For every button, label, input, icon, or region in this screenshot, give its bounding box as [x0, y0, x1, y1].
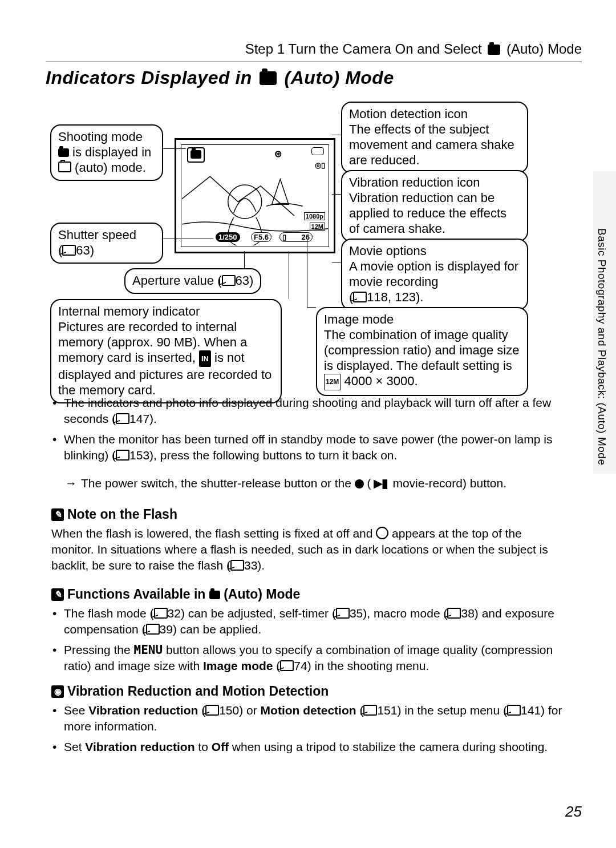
flash-off-icon	[376, 527, 388, 539]
book-icon	[62, 245, 76, 256]
list-item: The indicators and photo info displayed …	[64, 395, 565, 427]
callout-motion: Motion detection icon The effects of the…	[341, 102, 528, 173]
section-heading: ◉Vibration Reduction and Motion Detectio…	[51, 684, 565, 699]
paragraph: When the flash is lowered, the flash set…	[51, 526, 565, 574]
leader	[332, 263, 341, 263]
camera-icon	[58, 148, 69, 157]
callout-title: Shooting mode	[58, 130, 143, 144]
camera-icon	[209, 591, 220, 599]
shutter-value: 1/250	[216, 232, 240, 242]
leader	[162, 148, 186, 149]
list-item: Set Vibration reduction to Off when usin…	[64, 739, 565, 755]
motion-detect-icon: ◎▯	[315, 161, 325, 169]
callout-internal-memory: Internal memory indicator Pictures are r…	[50, 299, 282, 403]
book-icon	[353, 292, 367, 302]
leader	[332, 135, 341, 135]
aperture-value: F5.6	[251, 232, 271, 242]
movie-record-icon: ▶▮	[371, 475, 390, 491]
header-text: Step 1 Turn the Camera On and Select	[245, 41, 482, 56]
list-item: When the monitor has been turned off in …	[64, 431, 565, 463]
page-header: Step 1 Turn the Camera On and Select (Au…	[46, 41, 582, 62]
section-note-flash: ✎Note on the Flash When the flash is low…	[51, 496, 565, 577]
section-heading: ✎Note on the Flash	[51, 507, 565, 522]
book-icon	[146, 624, 160, 635]
book-icon	[116, 450, 129, 461]
section-functions: ✎Functions Available in (Auto) Mode The …	[51, 576, 565, 679]
title-b: (Auto) Mode	[285, 67, 394, 88]
battery-icon	[311, 147, 324, 155]
chapter-label: Basic Photography and Playback: (Auto) M…	[595, 228, 608, 465]
camera-outline-icon	[58, 161, 71, 172]
camera-icon	[260, 71, 277, 85]
list-sub-item: The power switch, the shutter-release bu…	[81, 475, 565, 491]
callout-title: Movie options	[349, 244, 427, 258]
leader	[332, 194, 341, 195]
callout-vibration: Vibration reduction icon Vibration reduc…	[341, 170, 528, 242]
flash-off-icon: ⊛	[274, 148, 282, 159]
section-vibration: ◉Vibration Reduction and Motion Detectio…	[51, 673, 565, 760]
page: Basic Photography and Playback: (Auto) M…	[0, 0, 616, 848]
movie-res-icon: 1080p	[304, 212, 325, 220]
callout-shooting-mode: Shooting mode is displayed in (auto) mod…	[50, 124, 163, 181]
callout-title: Vibration reduction icon	[349, 175, 480, 189]
book-icon	[447, 608, 461, 619]
pencil-icon: ✎	[51, 588, 64, 601]
leader	[307, 240, 307, 307]
svg-point-0	[228, 185, 262, 219]
header-mode: (Auto) Mode	[506, 41, 582, 56]
title-a: Indicators Displayed in	[46, 67, 257, 88]
list-item: Pressing the MENU button allows you to s…	[64, 642, 565, 674]
book-icon	[205, 705, 219, 716]
mode-indicator	[187, 147, 205, 163]
book-icon	[222, 275, 236, 286]
callout-title: Image mode	[324, 312, 394, 326]
callout-shutter: Shutter speed (63)	[50, 223, 163, 264]
primary-bullets: The indicators and photo info displayed …	[51, 395, 565, 503]
menu-button-label: MENU	[134, 643, 163, 657]
image-mode-icon: 12M	[324, 374, 341, 390]
callout-title: Shutter speed	[58, 228, 136, 242]
list-item: The flash mode (32) can be adjusted, sel…	[64, 605, 565, 637]
in-icon: IN	[199, 350, 211, 367]
callout-title: Internal memory indicator	[58, 304, 200, 318]
page-title: Indicators Displayed in (Auto) Mode	[46, 67, 394, 88]
frame-count: ▯26	[279, 232, 313, 242]
section-heading: ✎Functions Available in (Auto) Mode	[51, 587, 565, 602]
book-icon	[280, 660, 294, 671]
info-icon: ◉	[51, 685, 64, 698]
leader	[289, 251, 289, 299]
camera-icon	[191, 150, 201, 159]
book-icon	[363, 705, 377, 716]
leader	[307, 307, 316, 308]
book-icon	[154, 608, 168, 619]
book-icon	[230, 560, 244, 571]
book-icon	[336, 608, 350, 619]
book-icon	[507, 705, 521, 716]
callout-movie: Movie options A movie option is displaye…	[341, 239, 528, 310]
memory-icon: ▯	[282, 233, 286, 241]
viewfinder-illustration: ⊛ ◎▯ 1080p 12M 1/250 F5.6 ▯26	[175, 138, 335, 253]
image-res-icon: 12M	[310, 223, 325, 231]
book-icon	[116, 413, 129, 424]
callout-aperture: Aperture value (63)	[124, 268, 261, 294]
callout-title: Motion detection icon	[349, 107, 468, 121]
leader	[162, 239, 213, 239]
camera-icon	[488, 45, 500, 55]
callout-image-mode: Image mode The combination of image qual…	[316, 307, 528, 396]
rec-button-icon	[355, 479, 364, 488]
pencil-icon: ✎	[51, 508, 64, 521]
list-item: See Vibration reduction (150) or Motion …	[64, 702, 565, 734]
page-number: 25	[565, 803, 582, 821]
leader	[244, 251, 245, 268]
